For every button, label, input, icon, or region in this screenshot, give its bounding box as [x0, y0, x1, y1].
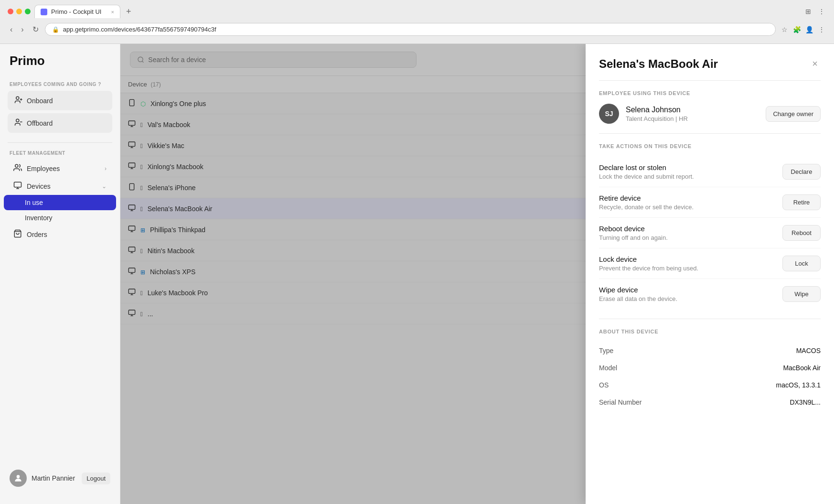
offboard-button[interactable]: Offboard — [8, 113, 112, 133]
action-info: Lock device Prevent the device from bein… — [599, 255, 698, 272]
employee-row: SJ Selena Johnson Talent Acquisition | H… — [599, 104, 821, 124]
svg-point-10 — [17, 475, 20, 478]
action-button-wipe[interactable]: Wipe — [782, 286, 821, 302]
about-label: Type — [599, 347, 613, 354]
user-name: Martin Pannier — [32, 474, 77, 482]
table-row[interactable]:  Selena's MacBook Air Selena... — [120, 198, 834, 219]
device-name-cell:  Luke's Macbook Pro — [120, 282, 621, 303]
device-name-cell: ⊞ Phillipa's Thinkpad — [120, 219, 621, 240]
action-button-retire[interactable]: Retire — [782, 194, 821, 210]
tab-close-button[interactable]: × — [111, 9, 114, 15]
new-tab-button[interactable]: + — [123, 6, 134, 18]
sidebar: Primo EMPLOYEES COMING AND GOING ? Onboa… — [0, 44, 120, 504]
profile-icon[interactable]: 👤 — [804, 25, 814, 34]
table-row[interactable]: ⬡ Xinlong's One plus Xilong... — [120, 93, 834, 114]
app-logo: Primo — [0, 54, 120, 80]
device-type-icon — [128, 162, 136, 171]
sidebar-item-in-use[interactable]: In use — [4, 195, 116, 210]
table-row[interactable]:  Selena's iPhone Selena... — [120, 177, 834, 198]
svg-rect-29 — [128, 226, 135, 230]
action-button-reboot[interactable]: Reboot — [782, 225, 821, 241]
action-title: Reboot device — [599, 225, 668, 233]
table-row[interactable]:  Luke's Macbook Pro Luke D... — [120, 282, 834, 303]
employees-label: Employees — [27, 165, 60, 172]
about-row: Model MacBook Air — [599, 359, 821, 376]
device-name: Luke's Macbook Pro — [148, 289, 208, 297]
about-row: OS macOS, 13.3.1 — [599, 376, 821, 394]
sidebar-item-employees[interactable]: Employees › — [4, 160, 116, 177]
device-type-icon — [128, 288, 136, 297]
device-assigned-cell: Val Tip... — [621, 114, 834, 135]
device-name-cell:  Vikkie's Mac — [120, 135, 621, 156]
browser-action-icon[interactable]: ⊞ — [803, 7, 813, 16]
device-assigned-cell: Selena... — [621, 198, 834, 219]
table-row[interactable]:  Val's Macbook Val Tip... — [120, 114, 834, 135]
app: Primo EMPLOYEES COMING AND GOING ? Onboa… — [0, 44, 834, 504]
device-assigned-cell: Xilong... — [621, 156, 834, 177]
action-desc: Turning off and on again. — [599, 234, 668, 241]
extensions-icon[interactable]: 🧩 — [792, 25, 802, 34]
employee-initials: SJ — [605, 110, 613, 118]
devices-arrow-icon: ⌄ — [102, 183, 107, 190]
main-content: Device (17) Assig... ⬡ Xinlong's One plu… — [120, 44, 834, 504]
device-list: Device (17) Assig... ⬡ Xinlong's One plu… — [120, 76, 834, 504]
svg-rect-26 — [128, 205, 135, 209]
sidebar-footer: Martin Pannier Logout — [0, 462, 120, 494]
employee-name: Selena Johnson — [626, 106, 759, 114]
search-input[interactable] — [148, 56, 409, 64]
device-os-icon: ⊞ — [140, 226, 145, 234]
svg-rect-21 — [128, 163, 135, 167]
action-row: Declare lost or stolen Lock the device a… — [599, 157, 821, 187]
offboard-label: Offboard — [27, 119, 53, 127]
device-os-icon:  — [140, 142, 143, 150]
search-box[interactable] — [130, 52, 417, 68]
onboard-button[interactable]: Onboard — [8, 91, 112, 110]
bookmark-icon[interactable]: ☆ — [780, 25, 789, 34]
back-button[interactable]: ‹ — [8, 24, 15, 35]
panel-close-button[interactable]: × — [809, 57, 821, 70]
table-row[interactable]:  Xinlong's Macbook Xilong... — [120, 156, 834, 177]
sidebar-item-devices[interactable]: Devices ⌄ — [4, 177, 116, 195]
action-button-declare[interactable]: Declare — [782, 164, 821, 180]
device-detail-panel: Selena's MacBook Air × EMPLOYEE USING TH… — [586, 44, 834, 504]
action-title: Lock device — [599, 255, 698, 263]
device-name: Val's Macbook — [148, 121, 191, 129]
close-window-button[interactable] — [8, 9, 13, 14]
actions-section: TAKE ACTIONS ON THIS DEVICE Declare lost… — [586, 134, 834, 319]
coming-going-actions: Onboard Offboard — [0, 91, 120, 140]
address-bar[interactable]: 🔒 app.getprimo.com/devices/643677fa55675… — [45, 23, 776, 36]
table-row[interactable]:  Nitin's Macbook Nitin B... — [120, 240, 834, 261]
change-owner-button[interactable]: Change owner — [766, 106, 821, 122]
panel-title: Selena's MacBook Air — [599, 57, 718, 71]
table-row[interactable]:  ... ... — [120, 303, 834, 324]
section-label-coming-going: EMPLOYEES COMING AND GOING ? — [0, 80, 120, 91]
sidebar-item-inventory[interactable]: Inventory — [4, 210, 116, 225]
table-row[interactable]: ⊞ Nicholas's XPS Nichol... — [120, 261, 834, 282]
address-bar-row: ‹ › ↻ 🔒 app.getprimo.com/devices/643677f… — [0, 21, 834, 38]
svg-rect-6 — [14, 182, 21, 187]
forward-button[interactable]: › — [19, 24, 26, 35]
about-section-title: ABOUT THIS DEVICE — [599, 329, 821, 334]
about-row: Serial Number DX3N9L... — [599, 394, 821, 411]
about-value: MACOS — [796, 347, 821, 354]
device-name: Selena's MacBook Air — [148, 205, 213, 213]
maximize-window-button[interactable] — [25, 9, 31, 14]
logout-button[interactable]: Logout — [82, 472, 110, 484]
user-avatar — [10, 470, 27, 487]
device-assigned-cell: Xilong... — [621, 93, 834, 114]
browser-menu-button[interactable]: ⋮ — [817, 7, 826, 16]
device-type-icon — [128, 141, 136, 150]
action-desc: Recycle, donate or sell the device. — [599, 204, 694, 211]
device-name: Selena's iPhone — [148, 184, 196, 192]
table-row[interactable]:  Vikkie's Mac Vikkie... — [120, 135, 834, 156]
in-use-label: In use — [25, 199, 43, 206]
more-actions-icon[interactable]: ⋮ — [817, 25, 826, 34]
browser-tab[interactable]: Primo - Cockpit UI × — [34, 5, 120, 18]
minimize-window-button[interactable] — [16, 9, 22, 14]
table-row[interactable]: ⊞ Phillipa's Thinkpad Phillipa... — [120, 219, 834, 240]
modal-overlay[interactable] — [120, 44, 834, 504]
refresh-button[interactable]: ↻ — [30, 24, 41, 35]
svg-point-11 — [138, 57, 143, 62]
action-button-lock[interactable]: Lock — [782, 256, 821, 271]
sidebar-item-orders[interactable]: Orders — [4, 225, 116, 243]
